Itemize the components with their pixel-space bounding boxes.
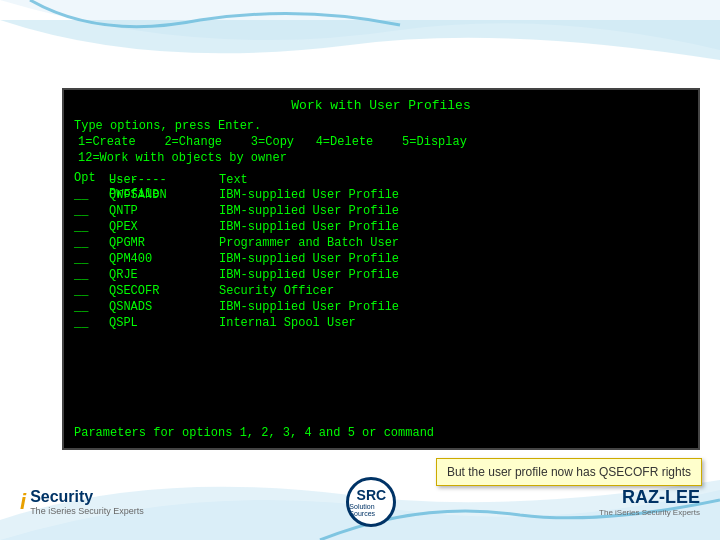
terminal-options-line1: 1=Create 2=Change 3=Copy 4=Delete 5=Disp… — [74, 135, 688, 149]
src-text: SRC — [357, 487, 387, 503]
table-row: __QNTPIBM-supplied User Profile — [74, 203, 688, 219]
razlee-logo: RAZ-LEE The iSeries Security Experts — [599, 487, 700, 517]
text-cell: IBM-supplied User Profile — [219, 204, 688, 218]
isecurity-i: i — [20, 489, 26, 515]
terminal-footer: Parameters for options 1, 2, 3, 4 and 5 … — [74, 426, 434, 440]
isecurity-logo: i Security The iSeries Security Experts — [20, 488, 144, 516]
user-cell: QPGMR — [109, 236, 219, 250]
table-row: __QPEXIBM-supplied User Profile — [74, 219, 688, 235]
user-cell: QNTP — [109, 204, 219, 218]
isecurity-name: Security — [30, 488, 93, 505]
text-cell: IBM-supplied User Profile — [219, 268, 688, 282]
table-row: __QPM400IBM-supplied User Profile — [74, 251, 688, 267]
option1: 1=Create — [78, 135, 136, 149]
instructions-text: Type options, press Enter. — [74, 119, 261, 133]
opt-cell: __ — [74, 316, 109, 330]
option3: 3=Copy — [251, 135, 294, 149]
user-cell: QPM400 — [109, 252, 219, 266]
isecurity-tagline: The iSeries Security Experts — [30, 506, 144, 516]
terminal-title: Work with User Profiles — [74, 98, 688, 113]
src-circle: SRC Solution Sources — [346, 477, 396, 527]
opt-cell: __ — [74, 252, 109, 266]
text-cell: IBM-supplied User Profile — [219, 300, 688, 314]
user-cell: QWFSANDN — [109, 188, 219, 202]
razlee-raz: RAZ-LEE — [622, 487, 700, 507]
option12: 12=Work with objects by owner — [78, 151, 287, 165]
table-row: __QPGMRProgrammer and Batch User — [74, 235, 688, 251]
option2: 2=Change — [164, 135, 222, 149]
text-cell: Programmer and Batch User — [219, 236, 688, 250]
table-row: __QWFSANDNIBM-supplied User Profile — [74, 187, 688, 203]
table-body: __QWFSANDNIBM-supplied User Profile__QNT… — [74, 187, 688, 331]
text-cell: IBM-supplied User Profile — [219, 188, 688, 202]
user-cell: QPEX — [109, 220, 219, 234]
table-row: __QSECOFRSecurity Officer — [74, 283, 688, 299]
src-logo: SRC Solution Sources — [346, 477, 396, 527]
src-subtitle: Solution Sources — [349, 503, 393, 517]
user-cell: QSNADS — [109, 300, 219, 314]
text-cell: Security Officer — [219, 284, 688, 298]
user-cell: QRJE — [109, 268, 219, 282]
opt-cell: __ — [74, 268, 109, 282]
text-cell: IBM-supplied User Profile — [219, 252, 688, 266]
text-cell: Internal Spool User — [219, 316, 688, 330]
terminal-screen: Work with User Profiles Type options, pr… — [62, 88, 700, 450]
top-decoration — [0, 0, 720, 80]
user-cell: QSECOFR — [109, 284, 219, 298]
opt-cell: __ — [74, 284, 109, 298]
table-row: __QRJEIBM-supplied User Profile — [74, 267, 688, 283]
user-cell: QSPL — [109, 316, 219, 330]
opt-cell: __ — [74, 236, 109, 250]
table-row: __QSNADSIBM-supplied User Profile — [74, 299, 688, 315]
text-cell: IBM-supplied User Profile — [219, 220, 688, 234]
table-row: __QSPLInternal Spool User — [74, 315, 688, 331]
opt-cell: __ — [74, 204, 109, 218]
option4: 4=Delete — [316, 135, 374, 149]
option5: 5=Display — [402, 135, 467, 149]
terminal-instructions: Type options, press Enter. — [74, 119, 688, 133]
opt-cell: __ — [74, 220, 109, 234]
callout-box: But the user profile now has QSECOFR rig… — [436, 458, 702, 486]
opt-cell: __ — [74, 300, 109, 314]
opt-cell: __ — [74, 188, 109, 202]
terminal-options-line2: 12=Work with objects by owner — [74, 151, 688, 165]
razlee-tagline: The iSeries Security Experts — [599, 508, 700, 517]
callout-text: But the user profile now has QSECOFR rig… — [447, 465, 691, 479]
